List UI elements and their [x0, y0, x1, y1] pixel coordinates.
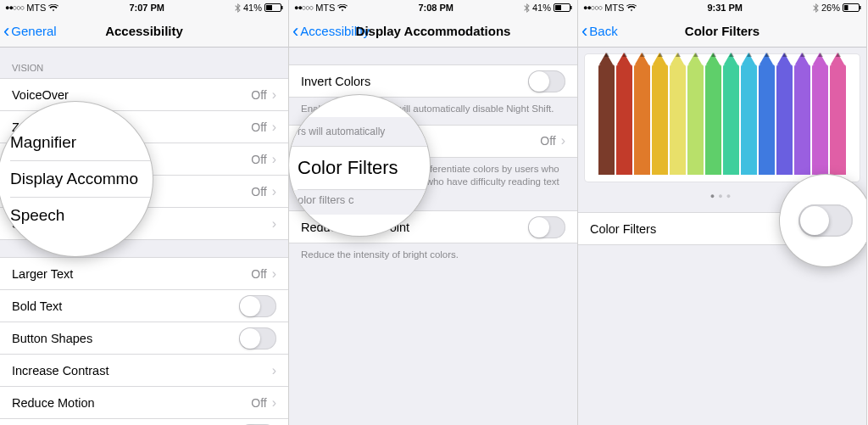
row-onoff-labels[interactable]: On/Off Labels: [0, 419, 288, 425]
pencil-icon: [598, 64, 615, 175]
status-bar: ●●○○○ MTS 7:08 PM 41%: [289, 0, 577, 15]
row-voiceover[interactable]: VoiceOver Off ›: [0, 79, 288, 111]
note-reduce-white: Reduce the intensity of bright colors.: [289, 243, 577, 271]
battery-icon: [554, 3, 572, 12]
screen-accessibility: ●●○○○ MTS 7:07 PM 41% ‹ General Accessib…: [0, 0, 289, 425]
row-larger-text[interactable]: Larger Text Off ›: [0, 258, 288, 290]
settings-list-2: Larger Text Off › Bold Text Button Shape…: [0, 257, 288, 425]
pencil-icon: [634, 64, 650, 175]
row-label: Invert Colors: [301, 75, 528, 88]
carrier-label: MTS: [26, 3, 46, 13]
row-label: Bold Text: [12, 299, 239, 313]
bluetooth-icon: [524, 3, 530, 13]
row-label: VoiceOver: [12, 88, 251, 102]
magnify-callout: [780, 175, 867, 266]
row-bold-text[interactable]: Bold Text: [0, 290, 288, 322]
zoom-row-color-filters: Color Filters: [298, 147, 430, 190]
pencil-icon: [652, 64, 668, 175]
battery-icon: [264, 3, 283, 12]
zoom-note: olor filters c: [289, 190, 430, 215]
nav-bar: ‹ General Accessibility: [0, 15, 288, 48]
chevron-right-icon: ›: [272, 363, 276, 378]
svg-rect-4: [555, 5, 561, 10]
pencil-icon: [616, 64, 632, 175]
row-reduce-motion[interactable]: Reduce Motion Off ›: [0, 387, 288, 419]
wifi-icon: [626, 4, 637, 12]
row-button-shapes[interactable]: Button Shapes: [0, 322, 288, 355]
nav-bar: ‹ Back Color Filters: [578, 15, 866, 48]
status-bar: ●●○○○ MTS 7:07 PM 41%: [0, 0, 288, 15]
battery-percent: 41%: [532, 3, 551, 13]
wifi-icon: [337, 4, 348, 12]
zoom-row-display-accommodations: Display Accommo: [10, 161, 153, 198]
screen-color-filters: ●●○○○ MTS 9:31 PM 26% ‹ Back Color Filte…: [578, 0, 867, 425]
chevron-left-icon: ‹: [292, 22, 298, 41]
toggle-invert-colors[interactable]: [528, 70, 565, 92]
svg-rect-2: [281, 6, 283, 9]
battery-percent: 41%: [243, 3, 262, 13]
chevron-right-icon: ›: [272, 152, 276, 167]
row-label: Reduce Motion: [12, 396, 251, 410]
row-value: Off: [251, 153, 266, 166]
pencil-icon: [670, 64, 686, 175]
status-time: 7:07 PM: [129, 3, 164, 13]
bluetooth-icon: [235, 3, 241, 13]
signal-dots-icon: ●●○○○: [583, 3, 602, 12]
magnify-callout: Magnifier Display Accommo Speech: [0, 102, 153, 256]
chevron-right-icon: ›: [272, 216, 276, 232]
row-value: Off: [251, 396, 266, 410]
page-title: Color Filters: [578, 24, 866, 38]
status-time: 9:31 PM: [707, 3, 743, 13]
row-label: Larger Text: [12, 267, 251, 281]
pencil-icon: [759, 64, 775, 175]
row-value: Off: [251, 267, 266, 281]
nav-bar: ‹ Accessibility Display Accommodations: [289, 15, 577, 48]
toggle-button-shapes[interactable]: [239, 327, 276, 350]
row-invert-colors[interactable]: Invert Colors: [289, 65, 577, 98]
chevron-right-icon: ›: [272, 120, 276, 135]
wifi-icon: [48, 4, 58, 12]
battery-icon: [843, 3, 861, 12]
svg-rect-5: [570, 6, 572, 9]
row-label: Button Shapes: [12, 332, 239, 345]
toggle-reduce-white-point[interactable]: [528, 216, 565, 238]
zoom-toggle: [798, 204, 853, 237]
chevron-left-icon: ‹: [581, 22, 587, 41]
back-button[interactable]: ‹ Accessibility: [289, 22, 370, 41]
row-increase-contrast[interactable]: Increase Contrast ›: [0, 355, 288, 387]
chevron-left-icon: ‹: [3, 22, 9, 41]
back-button[interactable]: ‹ Back: [578, 22, 618, 41]
pencil-icon: [812, 64, 828, 175]
carrier-label: MTS: [604, 3, 624, 13]
section-header-vision: VISION: [0, 48, 288, 78]
chevron-right-icon: ›: [272, 266, 276, 282]
chevron-right-icon: ›: [272, 87, 276, 103]
pencil-icon: [687, 64, 704, 175]
pencil-icon: [794, 64, 810, 175]
row-label: Increase Contrast: [12, 364, 272, 377]
signal-dots-icon: ●●○○○: [5, 3, 24, 12]
row-value: Off: [251, 185, 266, 199]
row-value: Off: [251, 120, 266, 134]
pencil-icon: [830, 64, 846, 175]
zoom-row-speech: Speech: [10, 198, 153, 233]
chevron-right-icon: ›: [272, 395, 276, 411]
screen-display-accommodations: ●●○○○ MTS 7:08 PM 41% ‹ Accessibility Di…: [289, 0, 578, 425]
signal-dots-icon: ●●○○○: [294, 3, 313, 12]
zoom-row-magnifier: Magnifier: [10, 125, 153, 161]
chevron-right-icon: ›: [272, 184, 276, 199]
svg-rect-8: [860, 6, 861, 9]
bluetooth-icon: [813, 3, 819, 13]
back-label: Back: [589, 24, 617, 38]
pencil-icon: [776, 64, 793, 175]
row-value: Off: [251, 88, 266, 102]
back-button[interactable]: ‹ General: [0, 22, 57, 41]
carrier-label: MTS: [315, 3, 335, 13]
magnify-callout: rs will automatically Color Filters olor…: [289, 95, 430, 236]
back-label: Accessibility: [300, 24, 370, 38]
status-bar: ●●○○○ MTS 9:31 PM 26%: [578, 0, 866, 15]
pencil-icon: [723, 64, 739, 175]
pencils-preview[interactable]: [585, 54, 860, 182]
toggle-bold-text[interactable]: [239, 295, 276, 317]
svg-rect-1: [266, 5, 272, 10]
